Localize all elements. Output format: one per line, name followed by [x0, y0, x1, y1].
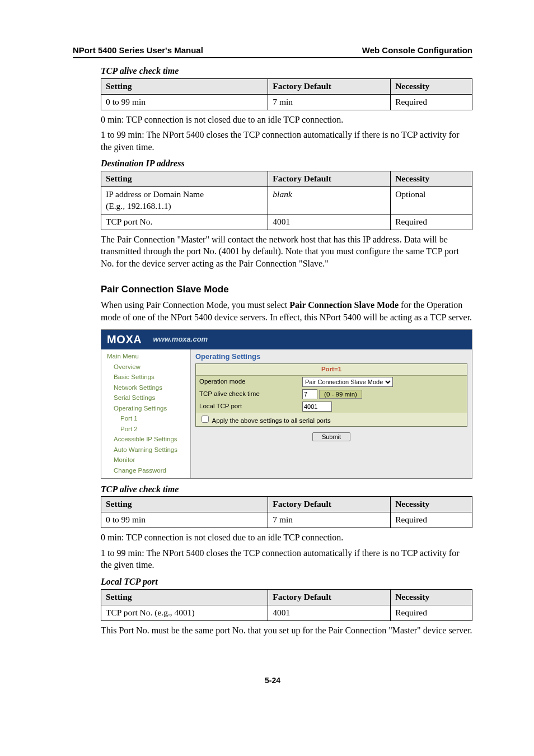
nav-item[interactable]: Basic Settings: [102, 372, 189, 383]
sec3-title: TCP alive check time: [101, 483, 472, 496]
moxa-screenshot: MOXA www.moxa.com Main Menu Overview Bas…: [101, 329, 472, 479]
sec4-title: Local TCP port: [101, 576, 472, 588]
sec2-table: Setting Factory Default Necessity IP add…: [101, 171, 472, 230]
sec1-table: Setting Factory Default Necessity 0 to 9…: [101, 78, 472, 110]
sec1-p2: 1 to 99 min: The NPort 5400 closes the T…: [101, 129, 472, 153]
moxa-url: www.moxa.com: [153, 334, 208, 344]
sec4-table: Setting Factory Default Necessity TCP po…: [101, 589, 472, 621]
nav-item[interactable]: Change Password: [102, 465, 189, 476]
localtcp-label: Local TCP port: [196, 400, 299, 413]
apply-all-checkbox[interactable]: [202, 416, 209, 423]
nav-item[interactable]: Accessible IP Settings: [102, 435, 189, 445]
sec3-p2: 1 to 99 min: The NPort 5400 closes the T…: [101, 547, 472, 571]
table-row: TCP port No. 4001 Required: [101, 214, 472, 230]
opmode-select[interactable]: Pair Connection Slave Mode: [302, 377, 393, 387]
table-row: 0 to 99 min 7 min Required: [101, 512, 472, 528]
alive-label: TCP alive check time: [196, 388, 299, 400]
apply-all-label: Apply the above settings to all serial p…: [212, 417, 331, 424]
table-row: TCP port No. (e.g., 4001) 4001 Required: [101, 605, 472, 620]
th-necessity: Necessity: [391, 78, 472, 94]
moxa-logo: MOXA: [107, 332, 142, 347]
moxa-port-label: Port=1: [196, 364, 467, 376]
moxa-nav: Main Menu Overview Basic Settings Networ…: [101, 349, 191, 478]
localtcp-input[interactable]: [302, 402, 332, 412]
table-row: 0 to 99 min 7 min Required: [101, 94, 472, 110]
table-row: IP address or Domain Name (E.g., 192.168…: [101, 186, 472, 214]
th-setting: Setting: [101, 78, 268, 94]
sec3-table: Setting Factory Default Necessity 0 to 9…: [101, 496, 472, 528]
page-number: 5-24: [73, 675, 472, 686]
nav-item[interactable]: Network Settings: [102, 382, 189, 393]
alive-suffix: (0 - 99 min): [319, 390, 362, 399]
moxa-title: Operating Settings: [195, 352, 467, 362]
nav-item[interactable]: Overview: [102, 362, 189, 372]
nav-item[interactable]: Main Menu: [102, 352, 189, 362]
nav-item[interactable]: Operating Settings: [102, 403, 189, 414]
sec1-title: TCP alive check time: [101, 65, 472, 77]
sec2-p: The Pair Connection "Master" will contac…: [101, 234, 472, 270]
pair-heading: Pair Connection Slave Mode: [101, 283, 472, 296]
nav-item[interactable]: Auto Warning Settings: [102, 445, 189, 455]
sec1-p1: 0 min: TCP connection is not closed due …: [101, 114, 472, 126]
nav-item[interactable]: Port 2: [102, 424, 189, 435]
sec3-p1: 0 min: TCP connection is not closed due …: [101, 531, 472, 544]
nav-item[interactable]: Monitor: [102, 455, 189, 466]
opmode-label: Operation mode: [196, 376, 299, 388]
th-default: Factory Default: [268, 78, 391, 94]
header-left: NPort 5400 Series User's Manual: [73, 45, 203, 56]
pair-intro: When using Pair Connection Mode, you mus…: [101, 299, 472, 323]
nav-item[interactable]: Serial Settings: [102, 393, 189, 404]
nav-item[interactable]: Port 1: [102, 414, 189, 424]
sec4-p: This Port No. must be the same port No. …: [101, 624, 472, 637]
submit-button[interactable]: Submit: [312, 432, 350, 441]
alive-input[interactable]: [302, 389, 317, 399]
sec2-title: Destination IP address: [101, 157, 472, 170]
header-right: Web Console Configuration: [362, 45, 472, 56]
